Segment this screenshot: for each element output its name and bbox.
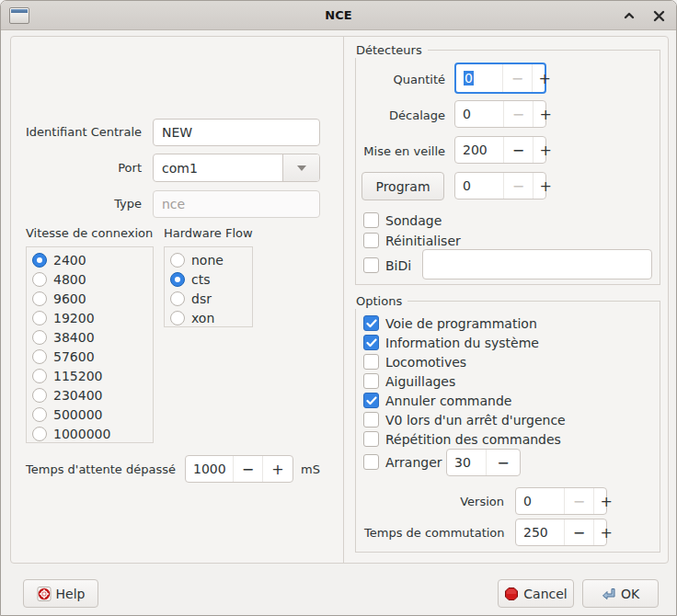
- spin-minus-button[interactable]: −: [487, 450, 520, 475]
- spin-minus-button[interactable]: −: [565, 519, 594, 545]
- radio-icon[interactable]: [170, 311, 185, 325]
- radio-icon[interactable]: [32, 388, 47, 403]
- speed-radio-9600[interactable]: 9600: [32, 289, 153, 308]
- option-checkbox-2[interactable]: Locomotives: [363, 353, 466, 371]
- arranger-checkbox[interactable]: Arranger: [363, 453, 442, 471]
- spin-plus-button[interactable]: +: [263, 456, 293, 482]
- titlebar[interactable]: NCE: [1, 1, 676, 30]
- bidi-input[interactable]: [422, 249, 652, 279]
- radio-icon[interactable]: [170, 253, 185, 268]
- checkbox-icon[interactable]: [363, 373, 379, 389]
- speed-radio-57600[interactable]: 57600: [32, 347, 153, 366]
- checkbox-icon[interactable]: [363, 431, 379, 447]
- radio-icon[interactable]: [32, 272, 47, 287]
- spin-plus-button[interactable]: +: [534, 173, 545, 199]
- checkbox-icon[interactable]: [363, 315, 379, 331]
- checkbox-icon[interactable]: [363, 354, 379, 370]
- radio-icon[interactable]: [32, 349, 47, 364]
- radio-label: 230400: [53, 388, 102, 403]
- checkbox-label: Arranger: [385, 455, 442, 470]
- checkbox-icon[interactable]: [363, 233, 379, 248]
- spin-value[interactable]: 0: [516, 488, 565, 514]
- checkbox-icon[interactable]: [363, 454, 379, 470]
- radio-icon[interactable]: [170, 291, 185, 306]
- shade-button[interactable]: [621, 7, 637, 24]
- spin-plus-button[interactable]: +: [594, 519, 606, 545]
- option-checkbox-1[interactable]: Information du système: [363, 334, 539, 351]
- speed-radio-230400[interactable]: 230400: [32, 385, 153, 405]
- arranger-spinner[interactable]: 30−: [446, 449, 521, 476]
- speed-radio-2400[interactable]: 2400: [32, 250, 153, 269]
- flow-radio-cts[interactable]: cts: [170, 269, 252, 289]
- flow-radio-dsr[interactable]: dsr: [170, 289, 252, 308]
- radio-icon[interactable]: [32, 369, 47, 383]
- identifiant-input[interactable]: NEW: [153, 119, 320, 146]
- ok-return-arrow-icon: [602, 587, 616, 601]
- type-input: nce: [153, 190, 320, 218]
- option-checkbox-5[interactable]: V0 lors d'un arrêt d'urgence: [363, 411, 566, 428]
- radio-icon[interactable]: [32, 407, 47, 422]
- port-combobox[interactable]: com1: [153, 154, 320, 182]
- spin-value[interactable]: 200: [455, 137, 504, 163]
- spin-value[interactable]: 0: [456, 64, 503, 92]
- program-button[interactable]: Program: [361, 172, 444, 200]
- radio-icon[interactable]: [170, 272, 185, 287]
- radio-icon[interactable]: [32, 253, 47, 268]
- spin-minus-button[interactable]: −: [565, 488, 594, 514]
- spin-value[interactable]: 30: [447, 450, 487, 475]
- speed-radio-38400[interactable]: 38400: [32, 327, 153, 347]
- checkbox-label: Sondage: [385, 213, 442, 228]
- spin-minus-button[interactable]: −: [234, 456, 263, 482]
- radio-icon[interactable]: [32, 427, 47, 441]
- option-checkbox-6[interactable]: Répétition des commandes: [363, 430, 561, 448]
- checkbox-icon[interactable]: [363, 257, 379, 273]
- option-checkbox-4[interactable]: Annuler commande: [363, 392, 511, 409]
- checkbox-label: Annuler commande: [385, 394, 511, 408]
- offset-spinner[interactable]: 0−+: [454, 100, 546, 128]
- speed-radio-1000000[interactable]: 1000000: [32, 424, 153, 443]
- spin-plus-button[interactable]: +: [533, 64, 545, 92]
- spin-value[interactable]: 1000: [186, 456, 234, 482]
- radio-icon[interactable]: [32, 330, 47, 345]
- option-checkbox-3[interactable]: Aiguillages: [363, 372, 455, 390]
- checkbox-icon[interactable]: [363, 412, 379, 428]
- cancel-button[interactable]: Cancel: [498, 579, 574, 608]
- idle-spinner[interactable]: 200−+: [454, 136, 546, 164]
- spin-value[interactable]: 0: [455, 101, 504, 127]
- speed-radio-115200[interactable]: 115200: [32, 366, 153, 385]
- spin-minus-button[interactable]: −: [504, 137, 534, 163]
- quantity-spinner[interactable]: 0−+: [454, 63, 546, 94]
- spin-minus-button[interactable]: −: [504, 101, 534, 127]
- sondage-checkbox[interactable]: Sondage: [363, 211, 442, 229]
- spin-value[interactable]: 250: [516, 519, 565, 545]
- radio-icon[interactable]: [32, 311, 47, 325]
- flow-radio-none[interactable]: none: [170, 250, 252, 269]
- close-button[interactable]: [650, 7, 667, 24]
- spin-value[interactable]: 0: [455, 173, 504, 199]
- type-label: Type: [11, 197, 142, 211]
- spin-minus-button[interactable]: −: [503, 64, 533, 92]
- speed-radio-19200[interactable]: 19200: [32, 308, 153, 327]
- flow-radio-xon[interactable]: xon: [170, 308, 252, 327]
- version-spinner[interactable]: 0−+: [515, 487, 607, 515]
- spin-plus-button[interactable]: +: [534, 137, 545, 163]
- port-dropdown-arrow-icon[interactable]: [282, 154, 319, 181]
- spin-plus-button[interactable]: +: [594, 488, 606, 514]
- commutation-spinner[interactable]: 250−+: [515, 519, 607, 546]
- checkbox-icon[interactable]: [363, 335, 379, 350]
- program-spinner[interactable]: 0−+: [454, 172, 546, 200]
- ok-button[interactable]: OK: [582, 579, 659, 608]
- speed-radio-500000[interactable]: 500000: [32, 405, 153, 424]
- bidi-checkbox[interactable]: BiDi: [363, 257, 411, 274]
- speed-radio-4800[interactable]: 4800: [32, 269, 153, 289]
- spin-minus-button[interactable]: −: [504, 173, 534, 199]
- checkbox-icon[interactable]: [363, 212, 379, 228]
- help-button[interactable]: Help: [23, 579, 98, 608]
- checkbox-icon[interactable]: [363, 393, 379, 408]
- option-checkbox-0[interactable]: Voie de programmation: [363, 314, 537, 332]
- spin-plus-button[interactable]: +: [534, 101, 545, 127]
- timeout-spinner[interactable]: 1000−+: [185, 455, 293, 483]
- radio-icon[interactable]: [32, 291, 47, 306]
- timeout-label: Temps d'attente dépassé: [26, 462, 176, 477]
- reinitialiser-checkbox[interactable]: Réinitialiser: [363, 232, 461, 249]
